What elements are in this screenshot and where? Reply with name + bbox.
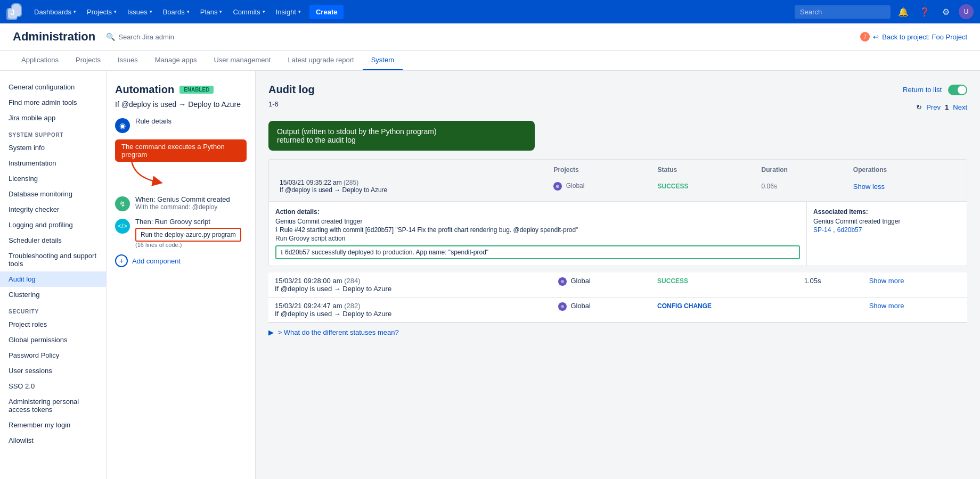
- sidebar-item-project-roles[interactable]: Project roles: [0, 317, 106, 332]
- col-operations: Operations: [849, 164, 960, 176]
- show-more-button-1[interactable]: Show more: [869, 277, 904, 285]
- nav-projects[interactable]: Projects ▾: [83, 6, 121, 18]
- audit-toggle[interactable]: [948, 85, 967, 95]
- admin-tabs: Applications Projects Issues Manage apps…: [0, 51, 980, 71]
- detail-line-3: Run Groovy script action: [275, 235, 800, 242]
- next-button[interactable]: Next: [953, 103, 967, 111]
- sidebar-item-general-config[interactable]: General configuration: [0, 79, 106, 95]
- tab-applications[interactable]: Applications: [13, 51, 67, 70]
- info-icon-2: ℹ: [281, 249, 283, 256]
- table-row: 15/03/21 09:28:00 am (284) If @deploy is…: [268, 272, 967, 298]
- nav-commits[interactable]: Commits ▾: [228, 6, 269, 18]
- tab-projects[interactable]: Projects: [67, 51, 109, 70]
- detail-action-title: Action details:: [275, 208, 800, 216]
- page-layout: General configuration Find more admin to…: [0, 71, 980, 479]
- nav-boards[interactable]: Boards ▾: [159, 6, 194, 18]
- admin-search[interactable]: 🔍 Search Jira admin: [106, 32, 174, 41]
- row2-datetime: 15/03/21 09:24:47 am (282) If @deploy is…: [268, 298, 552, 323]
- sidebar-item-find-admin[interactable]: Find more admin tools: [0, 95, 106, 110]
- prev-button[interactable]: Prev: [926, 103, 941, 111]
- info-icon-1: ℹ: [275, 226, 277, 233]
- faq-arrow-icon: ▶: [268, 328, 274, 336]
- success-line: ℹ 6d20b57 successfully deployed to produ…: [275, 245, 800, 259]
- nav-issues[interactable]: Issues ▾: [123, 6, 157, 18]
- chevron-down-icon: ▾: [187, 9, 190, 14]
- tab-manage-apps[interactable]: Manage apps: [146, 51, 206, 70]
- row2-project: ⊕ Global: [552, 298, 651, 323]
- pagination-row: 1-6 ↻ Prev 1 Next: [268, 100, 967, 114]
- tab-system[interactable]: System: [363, 51, 403, 70]
- detail-assoc-line-2: SP-14, 6d20b57: [813, 226, 960, 234]
- when-sub: With the command: @deploy: [135, 203, 247, 211]
- pagination: ↻ Prev 1 Next: [916, 103, 967, 111]
- automation-panel: Automation ENABLED If @deploy is used → …: [107, 71, 256, 479]
- notification-badge: 7: [860, 32, 870, 42]
- annotation-arrow: [126, 155, 168, 187]
- topnav-right: 🔔 ❓ ⚙ U: [795, 3, 974, 20]
- sidebar-item-troubleshooting[interactable]: Troubleshooting and support tools: [0, 248, 106, 271]
- detail-line-1: Genius Commit created trigger: [275, 218, 800, 225]
- sidebar-item-password-policy[interactable]: Password Policy: [0, 348, 106, 363]
- tab-upgrade-report[interactable]: Latest upgrade report: [279, 51, 362, 70]
- detail-card-header: Projects Status Duration Operations 15/0…: [269, 160, 967, 202]
- first-audit-row: 15/03/21 09:35:22 am (285) If @deploy is…: [275, 176, 960, 197]
- col-projects: Projects: [549, 164, 653, 176]
- sidebar-item-user-sessions[interactable]: User sessions: [0, 363, 106, 378]
- sidebar-item-instrumentation[interactable]: Instrumentation: [0, 155, 106, 171]
- sidebar-item-jira-mobile[interactable]: Jira mobile app: [0, 110, 106, 126]
- sidebar-item-system-info[interactable]: System info: [0, 140, 106, 155]
- row1-project: ⊕ Global: [552, 272, 651, 298]
- detail-right: Associated items: Genius Commit created …: [807, 202, 967, 266]
- nav-dashboards[interactable]: Dashboards ▾: [30, 6, 80, 18]
- sidebar-item-licensing[interactable]: Licensing: [0, 171, 106, 186]
- automation-title: Automation: [115, 84, 174, 96]
- search-input[interactable]: [795, 5, 891, 19]
- when-component: ↯ When: Genius Commit created With the c…: [115, 195, 247, 211]
- jira-logo[interactable]: J: [6, 3, 23, 20]
- help-button[interactable]: ❓: [916, 3, 933, 20]
- row2-run-id: (282): [344, 302, 360, 310]
- search-icon: 🔍: [106, 32, 115, 41]
- detail-card: Projects Status Duration Operations 15/0…: [268, 159, 967, 266]
- first-row-rule: If @deploy is used → Deploy to Azure: [280, 186, 387, 194]
- return-to-list-link[interactable]: Return to list: [903, 86, 942, 94]
- back-to-project[interactable]: 7 ↩ Back to project: Foo Project: [860, 32, 967, 42]
- commit-link[interactable]: 6d20b57: [837, 226, 862, 234]
- sidebar-item-integrity-checker[interactable]: Integrity checker: [0, 202, 106, 217]
- then-label: Then: Run Groovy script: [135, 218, 247, 226]
- first-row-run-id: (285): [344, 179, 358, 186]
- then-code-box: Run the deploy-azure.py program: [135, 228, 241, 242]
- sidebar-item-scheduler[interactable]: Scheduler details: [0, 233, 106, 248]
- sidebar-item-remember-login[interactable]: Remember my login: [0, 417, 106, 433]
- sp14-link[interactable]: SP-14: [813, 226, 831, 234]
- row1-datetime: 15/03/21 09:28:00 am (284) If @deploy is…: [268, 272, 552, 298]
- sidebar-item-audit-log[interactable]: Audit log: [0, 271, 106, 287]
- show-less-button[interactable]: Show less: [853, 183, 885, 191]
- sidebar-item-sso[interactable]: SSO 2.0: [0, 378, 106, 394]
- add-component[interactable]: + Add component: [115, 254, 247, 267]
- svg-text:J: J: [11, 8, 15, 16]
- show-more-button-2[interactable]: Show more: [869, 302, 904, 310]
- sidebar-item-db-monitoring[interactable]: Database monitoring: [0, 186, 106, 202]
- tab-issues[interactable]: Issues: [109, 51, 146, 70]
- sidebar-item-logging[interactable]: Logging and profiling: [0, 217, 106, 233]
- first-row-duration: 0.06s: [757, 176, 849, 197]
- faq-row[interactable]: ▶ > What do the different statuses mean?: [268, 323, 967, 342]
- sidebar-item-global-permissions[interactable]: Global permissions: [0, 332, 106, 348]
- sidebar-item-clustering[interactable]: Clustering: [0, 287, 106, 302]
- tab-user-management[interactable]: User management: [205, 51, 279, 70]
- chevron-down-icon: ▾: [150, 9, 152, 14]
- sidebar-item-allowlist[interactable]: Allowlist: [0, 433, 106, 448]
- settings-button[interactable]: ⚙: [937, 3, 954, 20]
- col-duration: Duration: [757, 164, 849, 176]
- nav-plans[interactable]: Plans ▾: [196, 6, 227, 18]
- create-button[interactable]: Create: [309, 5, 344, 19]
- row2-status: CONFIG CHANGE: [651, 298, 798, 323]
- table-row: 15/03/21 09:24:47 am (282) If @deploy is…: [268, 298, 967, 323]
- notifications-button[interactable]: 🔔: [895, 3, 912, 20]
- avatar[interactable]: U: [959, 4, 974, 19]
- row1-duration: 1.05s: [798, 272, 863, 298]
- first-row-datetime: 15/03/21 09:35:22 am: [280, 179, 342, 186]
- nav-insight[interactable]: Insight ▾: [272, 6, 305, 18]
- sidebar-item-personal-tokens[interactable]: Administering personal access tokens: [0, 394, 106, 417]
